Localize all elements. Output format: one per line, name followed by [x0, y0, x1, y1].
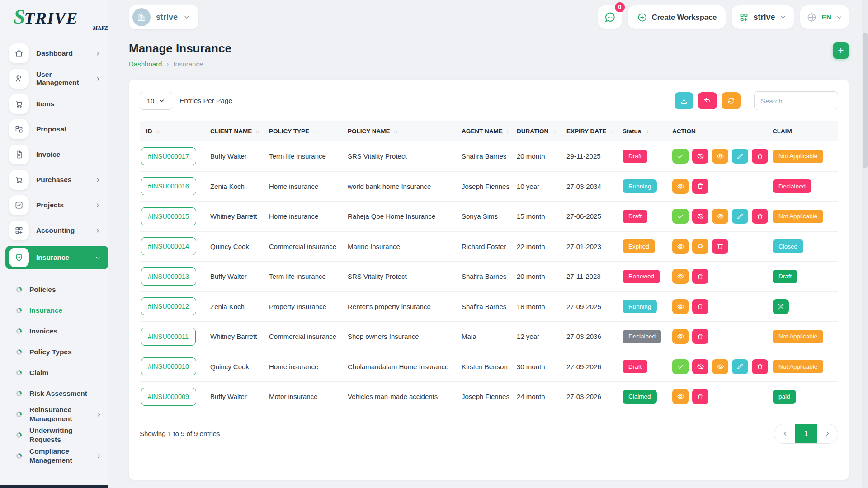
cell-status: Renewed [621, 270, 670, 283]
document-icon [9, 145, 29, 164]
hide-action-button[interactable] [692, 359, 708, 374]
delete-action-button[interactable] [692, 269, 708, 284]
sidebar-item-proposal[interactable]: Proposal [0, 119, 108, 139]
breadcrumb-dashboard-link[interactable]: Dashboard [129, 60, 162, 68]
cell-actions [670, 359, 771, 374]
sidebar-nav: DashboardUser ManagementItemsProposalInv… [0, 38, 108, 269]
entries-per-page-select[interactable]: 10 [140, 92, 172, 110]
cell-agent-name: Sonya Sims [460, 212, 515, 220]
view-action-button[interactable] [672, 239, 689, 254]
insurance-id-badge: #INSU000011 [141, 328, 196, 346]
sidebar-item-insurance[interactable]: Insurance [5, 246, 108, 269]
sort-arrows-icon[interactable]: ↑↓ [645, 129, 648, 134]
delete-action-button[interactable] [692, 389, 708, 404]
sidebar-item-purchases[interactable]: Purchases [0, 170, 108, 190]
sort-arrows-icon[interactable]: ↑↓ [394, 129, 397, 134]
export-download-button[interactable] [675, 92, 693, 109]
page-scrollbar[interactable] [862, 0, 868, 488]
view-action-button[interactable] [672, 329, 689, 344]
delete-action-button[interactable] [752, 149, 768, 164]
sidebar-subitem-invoices[interactable]: Invoices [0, 321, 108, 342]
sort-arrows-icon[interactable]: ↑↓ [156, 129, 160, 134]
sidebar-subitem-reinsurance-management[interactable]: Reinsurance Management [0, 404, 108, 425]
view-action-button[interactable] [672, 299, 689, 314]
language-selector[interactable]: EN [800, 5, 849, 29]
workspace-selector[interactable]: strive [129, 5, 198, 29]
scrollbar-thumb[interactable] [863, 33, 868, 168]
column-header-id[interactable]: ID↑↓ [140, 128, 208, 135]
approve-action-button[interactable] [672, 359, 689, 374]
claim-badge: Not Applicable [773, 150, 823, 163]
sidebar-subitem-policy-types[interactable]: Policy Types [0, 342, 108, 362]
insurance-id-badge: #INSU000017 [141, 147, 196, 165]
cell-duration: 10 year [515, 183, 565, 190]
breadcrumb: Dashboard › Insurance [129, 60, 849, 68]
add-insurance-button[interactable]: + [833, 42, 849, 59]
refresh-button[interactable] [722, 92, 741, 109]
delete-action-button[interactable] [692, 179, 708, 194]
sidebar-item-projects[interactable]: Projects [0, 195, 108, 215]
cell-expiry-date: 27-09-2026 [565, 363, 621, 371]
column-header-expiry-date[interactable]: EXPIRY DATE↑↓ [565, 128, 621, 135]
view-action-button[interactable] [672, 269, 689, 284]
delete-action-button[interactable] [692, 299, 708, 314]
delete-action-button[interactable] [752, 209, 768, 224]
column-header-client-name[interactable]: CLIENT NAME↑↓ [208, 128, 267, 135]
sidebar-subitem-compliance-management[interactable]: Compliance Management [0, 446, 108, 466]
sidebar-subitem-underwriting-requests[interactable]: Underwriting Requests [0, 425, 108, 446]
column-header-agent-name[interactable]: AGENT NAME↑↓ [460, 128, 515, 135]
sidebar-item-accounting[interactable]: Accounting [0, 221, 108, 240]
column-header-policy-name[interactable]: POLICY NAME↑↓ [346, 128, 460, 135]
sidebar-item-items[interactable]: Items [0, 94, 108, 114]
sort-arrows-icon[interactable]: ↑↓ [313, 129, 316, 134]
chat-button[interactable]: 0 [598, 5, 622, 29]
hide-action-button[interactable] [692, 149, 708, 164]
renew-action-button[interactable]: ♻ [692, 239, 708, 254]
shield-icon [9, 248, 29, 267]
view-action-button[interactable] [672, 179, 689, 194]
pagination-page-1[interactable]: 1 [795, 424, 817, 443]
sidebar-subnav: PoliciesInsuranceInvoicesPolicy TypesCla… [0, 275, 108, 466]
view-action-button[interactable] [712, 359, 728, 374]
search-input[interactable] [754, 91, 838, 110]
claim-route-button[interactable] [773, 299, 789, 314]
sort-arrows-icon[interactable]: ↑↓ [506, 129, 510, 134]
table-footer: Showing 1 to 9 of 9 entries 1 [140, 424, 838, 444]
view-action-button[interactable] [712, 149, 728, 164]
cell-client-name: Buffy Walter [208, 393, 267, 400]
sidebar-subitem-policies[interactable]: Policies [0, 279, 108, 300]
chevron-down-icon [836, 14, 843, 21]
column-header-duration[interactable]: DURATION↑↓ [515, 128, 565, 135]
delete-action-button[interactable] [712, 239, 728, 254]
sidebar-item-user-management[interactable]: User Management [0, 69, 108, 89]
cell-duration: 15 month [515, 212, 565, 220]
view-action-button[interactable] [712, 209, 728, 224]
pagination-prev-button[interactable] [774, 424, 795, 443]
workspace-switcher[interactable]: strive [732, 5, 794, 29]
approve-action-button[interactable] [672, 149, 689, 164]
hide-action-button[interactable] [692, 209, 708, 224]
delete-action-button[interactable] [752, 359, 768, 374]
edit-action-button[interactable] [732, 149, 748, 164]
edit-action-button[interactable] [732, 209, 748, 224]
sort-arrows-icon[interactable]: ↑↓ [610, 129, 613, 134]
edit-action-button[interactable] [732, 359, 748, 374]
sidebar-subitem-risk-assessment[interactable]: Risk Assessment [0, 383, 108, 404]
delete-action-button[interactable] [692, 329, 708, 344]
sidebar-subitem-claim[interactable]: Claim [0, 362, 108, 383]
column-header-policy-type[interactable]: POLICY TYPE↑↓ [267, 128, 346, 135]
create-workspace-button[interactable]: Create Workspace [628, 5, 726, 29]
cell-actions [670, 179, 771, 194]
download-icon [680, 97, 688, 105]
sort-arrows-icon[interactable]: ↑↓ [255, 129, 259, 134]
sidebar-item-invoice[interactable]: Invoice [0, 145, 108, 164]
sidebar-subitem-insurance[interactable]: Insurance [0, 300, 108, 321]
view-action-button[interactable] [672, 389, 689, 404]
topbar-right: 0 Create Workspace strive EN [598, 5, 849, 29]
sidebar-item-dashboard[interactable]: Dashboard [0, 43, 108, 63]
sort-arrows-icon[interactable]: ↑↓ [552, 129, 556, 134]
column-header-status[interactable]: Status↑↓ [621, 128, 670, 135]
undo-button[interactable] [698, 92, 717, 109]
pagination-next-button[interactable] [817, 424, 838, 443]
approve-action-button[interactable] [672, 209, 689, 224]
